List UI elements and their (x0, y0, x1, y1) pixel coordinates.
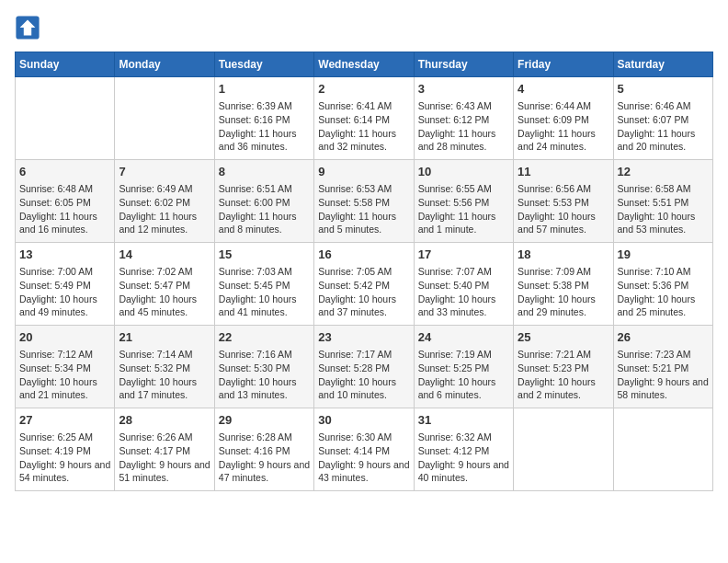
cell-info: Sunrise: 6:55 AM Sunset: 5:56 PM Dayligh… (418, 182, 509, 236)
day-number: 18 (518, 247, 609, 263)
cell-info: Sunrise: 7:19 AM Sunset: 5:25 PM Dayligh… (418, 348, 509, 402)
day-header-sunday: Sunday (16, 52, 115, 77)
day-number: 8 (219, 164, 310, 180)
cell-info: Sunrise: 6:39 AM Sunset: 6:16 PM Dayligh… (219, 99, 310, 154)
calendar-cell: 5Sunrise: 6:46 AM Sunset: 6:07 PM Daylig… (613, 77, 712, 160)
day-number: 5 (618, 81, 709, 98)
day-number: 13 (19, 247, 110, 263)
day-header-saturday: Saturday (613, 52, 712, 77)
calendar-table: SundayMondayTuesdayWednesdayThursdayFrid… (15, 52, 713, 491)
calendar-cell: 29Sunrise: 6:28 AM Sunset: 4:16 PM Dayli… (214, 408, 313, 491)
calendar-cell (16, 77, 115, 160)
calendar-cell: 13Sunrise: 7:00 AM Sunset: 5:49 PM Dayli… (16, 243, 115, 326)
day-number: 9 (318, 164, 409, 180)
day-number: 1 (219, 81, 310, 98)
calendar-cell (115, 77, 214, 160)
logo-icon (15, 15, 40, 40)
cell-info: Sunrise: 7:02 AM Sunset: 5:47 PM Dayligh… (119, 265, 210, 319)
cell-info: Sunrise: 7:17 AM Sunset: 5:28 PM Dayligh… (318, 348, 409, 402)
day-number: 31 (418, 412, 509, 429)
page-header (15, 15, 713, 40)
cell-info: Sunrise: 6:41 AM Sunset: 6:14 PM Dayligh… (318, 99, 409, 154)
calendar-cell: 28Sunrise: 6:26 AM Sunset: 4:17 PM Dayli… (115, 408, 214, 491)
calendar-cell: 16Sunrise: 7:05 AM Sunset: 5:42 PM Dayli… (314, 243, 414, 326)
calendar-week-row: 13Sunrise: 7:00 AM Sunset: 5:49 PM Dayli… (16, 243, 713, 326)
calendar-cell: 18Sunrise: 7:09 AM Sunset: 5:38 PM Dayli… (514, 243, 613, 326)
cell-info: Sunrise: 7:12 AM Sunset: 5:34 PM Dayligh… (19, 348, 110, 402)
calendar-week-row: 20Sunrise: 7:12 AM Sunset: 5:34 PM Dayli… (16, 326, 713, 408)
calendar-cell: 26Sunrise: 7:23 AM Sunset: 5:21 PM Dayli… (613, 326, 712, 408)
day-number: 14 (119, 247, 210, 263)
day-number: 21 (119, 329, 210, 346)
calendar-body: 1Sunrise: 6:39 AM Sunset: 6:16 PM Daylig… (16, 77, 713, 491)
day-number: 11 (518, 164, 609, 180)
cell-info: Sunrise: 7:10 AM Sunset: 5:36 PM Dayligh… (618, 265, 709, 319)
calendar-cell: 1Sunrise: 6:39 AM Sunset: 6:16 PM Daylig… (214, 77, 313, 160)
calendar-cell: 2Sunrise: 6:41 AM Sunset: 6:14 PM Daylig… (314, 77, 414, 160)
calendar-cell: 3Sunrise: 6:43 AM Sunset: 6:12 PM Daylig… (414, 77, 513, 160)
calendar-cell: 14Sunrise: 7:02 AM Sunset: 5:47 PM Dayli… (115, 243, 214, 326)
calendar-cell: 23Sunrise: 7:17 AM Sunset: 5:28 PM Dayli… (314, 326, 414, 408)
logo (15, 15, 44, 40)
day-number: 7 (119, 164, 210, 180)
cell-info: Sunrise: 6:49 AM Sunset: 6:02 PM Dayligh… (119, 182, 210, 236)
cell-info: Sunrise: 6:58 AM Sunset: 5:51 PM Dayligh… (618, 182, 709, 236)
cell-info: Sunrise: 7:14 AM Sunset: 5:32 PM Dayligh… (119, 348, 210, 402)
day-number: 28 (119, 412, 210, 429)
day-number: 24 (418, 329, 509, 346)
calendar-cell: 19Sunrise: 7:10 AM Sunset: 5:36 PM Dayli… (613, 243, 712, 326)
cell-info: Sunrise: 6:30 AM Sunset: 4:14 PM Dayligh… (318, 431, 409, 485)
day-header-friday: Friday (514, 52, 613, 77)
day-number: 19 (618, 247, 709, 263)
calendar-cell: 10Sunrise: 6:55 AM Sunset: 5:56 PM Dayli… (414, 160, 513, 243)
day-header-monday: Monday (115, 52, 214, 77)
calendar-cell (613, 408, 712, 491)
calendar-cell: 25Sunrise: 7:21 AM Sunset: 5:23 PM Dayli… (514, 326, 613, 408)
calendar-week-row: 27Sunrise: 6:25 AM Sunset: 4:19 PM Dayli… (16, 408, 713, 491)
cell-info: Sunrise: 7:16 AM Sunset: 5:30 PM Dayligh… (219, 348, 310, 402)
day-number: 2 (318, 81, 409, 98)
day-number: 25 (518, 329, 609, 346)
cell-info: Sunrise: 7:00 AM Sunset: 5:49 PM Dayligh… (19, 265, 110, 319)
day-number: 20 (19, 329, 110, 346)
cell-info: Sunrise: 7:21 AM Sunset: 5:23 PM Dayligh… (518, 348, 609, 402)
cell-info: Sunrise: 7:07 AM Sunset: 5:40 PM Dayligh… (418, 265, 509, 319)
day-number: 17 (418, 247, 509, 263)
cell-info: Sunrise: 6:43 AM Sunset: 6:12 PM Dayligh… (418, 99, 509, 154)
calendar-cell: 17Sunrise: 7:07 AM Sunset: 5:40 PM Dayli… (414, 243, 513, 326)
cell-info: Sunrise: 6:46 AM Sunset: 6:07 PM Dayligh… (618, 99, 709, 154)
calendar-cell: 31Sunrise: 6:32 AM Sunset: 4:12 PM Dayli… (414, 408, 513, 491)
cell-info: Sunrise: 6:32 AM Sunset: 4:12 PM Dayligh… (418, 431, 509, 485)
cell-info: Sunrise: 6:25 AM Sunset: 4:19 PM Dayligh… (19, 431, 110, 485)
day-number: 6 (19, 164, 110, 180)
calendar-cell: 15Sunrise: 7:03 AM Sunset: 5:45 PM Dayli… (214, 243, 313, 326)
cell-info: Sunrise: 6:53 AM Sunset: 5:58 PM Dayligh… (318, 182, 409, 236)
day-header-thursday: Thursday (414, 52, 513, 77)
calendar-cell: 6Sunrise: 6:48 AM Sunset: 6:05 PM Daylig… (16, 160, 115, 243)
calendar-cell: 11Sunrise: 6:56 AM Sunset: 5:53 PM Dayli… (514, 160, 613, 243)
calendar-header-row: SundayMondayTuesdayWednesdayThursdayFrid… (16, 52, 713, 77)
cell-info: Sunrise: 7:05 AM Sunset: 5:42 PM Dayligh… (318, 265, 409, 319)
calendar-cell: 22Sunrise: 7:16 AM Sunset: 5:30 PM Dayli… (214, 326, 313, 408)
cell-info: Sunrise: 6:28 AM Sunset: 4:16 PM Dayligh… (219, 431, 310, 485)
day-number: 12 (618, 164, 709, 180)
day-header-wednesday: Wednesday (314, 52, 414, 77)
day-number: 30 (318, 412, 409, 429)
cell-info: Sunrise: 7:09 AM Sunset: 5:38 PM Dayligh… (518, 265, 609, 319)
cell-info: Sunrise: 6:44 AM Sunset: 6:09 PM Dayligh… (518, 99, 609, 154)
calendar-cell: 4Sunrise: 6:44 AM Sunset: 6:09 PM Daylig… (514, 77, 613, 160)
calendar-cell: 30Sunrise: 6:30 AM Sunset: 4:14 PM Dayli… (314, 408, 414, 491)
calendar-cell: 21Sunrise: 7:14 AM Sunset: 5:32 PM Dayli… (115, 326, 214, 408)
day-number: 23 (318, 329, 409, 346)
calendar-cell: 27Sunrise: 6:25 AM Sunset: 4:19 PM Dayli… (16, 408, 115, 491)
day-number: 29 (219, 412, 310, 429)
calendar-cell: 7Sunrise: 6:49 AM Sunset: 6:02 PM Daylig… (115, 160, 214, 243)
calendar-cell: 24Sunrise: 7:19 AM Sunset: 5:25 PM Dayli… (414, 326, 513, 408)
day-number: 26 (618, 329, 709, 346)
day-number: 3 (418, 81, 509, 98)
cell-info: Sunrise: 6:48 AM Sunset: 6:05 PM Dayligh… (19, 182, 110, 236)
day-number: 27 (19, 412, 110, 429)
calendar-cell: 20Sunrise: 7:12 AM Sunset: 5:34 PM Dayli… (16, 326, 115, 408)
calendar-week-row: 1Sunrise: 6:39 AM Sunset: 6:16 PM Daylig… (16, 77, 713, 160)
cell-info: Sunrise: 7:03 AM Sunset: 5:45 PM Dayligh… (219, 265, 310, 319)
